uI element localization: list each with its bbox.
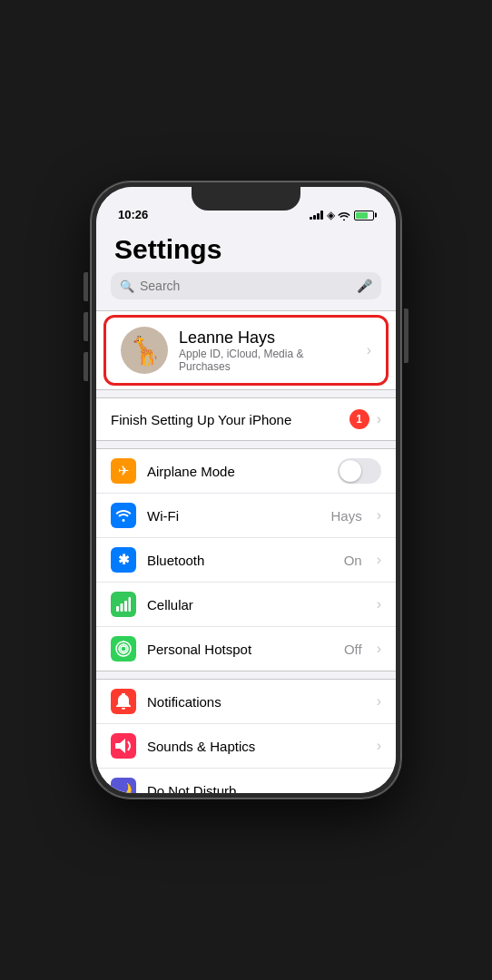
personal-hotspot-row[interactable]: Personal Hotspot Off › — [96, 627, 396, 671]
account-info: Leanne Hays Apple ID, iCloud, Media & Pu… — [179, 328, 356, 373]
search-input[interactable] — [140, 279, 351, 293]
finish-setup-row[interactable]: Finish Setting Up Your iPhone 1 › — [96, 398, 396, 440]
cellular-icon — [111, 592, 136, 617]
notifications-row[interactable]: Notifications › — [96, 680, 396, 724]
bluetooth-label: Bluetooth — [147, 553, 333, 568]
svg-rect-1 — [121, 603, 123, 612]
account-section: 🦒 Leanne Hays Apple ID, iCloud, Media & … — [96, 310, 396, 390]
toggle-knob — [339, 460, 361, 482]
sounds-icon — [111, 733, 136, 759]
cellular-label: Cellular — [147, 597, 366, 612]
personal-hotspot-icon — [111, 636, 136, 662]
airplane-mode-row[interactable]: ✈ Airplane Mode — [96, 449, 396, 494]
cellular-chevron: › — [377, 596, 381, 612]
settings-title-section: Settings — [96, 227, 396, 272]
battery-icon — [354, 211, 374, 220]
cellular-row[interactable]: Cellular › — [96, 583, 396, 627]
account-chevron: › — [367, 342, 371, 358]
connectivity-group: ✈ Airplane Mode Wi-Fi Hays › — [96, 448, 396, 671]
do-not-disturb-icon: 🌙 — [111, 778, 136, 793]
battery-fill — [356, 212, 368, 219]
wifi-icon: ◈ — [327, 209, 350, 221]
signal-icon — [310, 211, 323, 220]
avatar: 🦒 — [121, 327, 168, 374]
personal-hotspot-value: Off — [344, 642, 362, 657]
sounds-haptics-label: Sounds & Haptics — [147, 739, 366, 754]
bluetooth-chevron: › — [377, 552, 381, 568]
bluetooth-row[interactable]: ✱ Bluetooth On › — [96, 538, 396, 583]
phone-screen: 10:26 ◈ — [96, 187, 396, 793]
search-icon: 🔍 — [120, 279, 134, 293]
status-icons: ◈ — [310, 209, 374, 221]
svg-rect-0 — [116, 606, 119, 612]
airplane-mode-toggle[interactable] — [338, 458, 381, 484]
svg-rect-3 — [129, 597, 132, 612]
airplane-mode-icon: ✈ — [111, 458, 136, 484]
finish-setup-section: Finish Setting Up Your iPhone 1 › — [96, 397, 396, 441]
personal-hotspot-chevron: › — [377, 641, 381, 657]
notch — [192, 187, 300, 211]
status-time: 10:26 — [118, 208, 148, 221]
do-not-disturb-row[interactable]: 🌙 Do Not Disturb › — [96, 769, 396, 793]
airplane-mode-label: Airplane Mode — [147, 464, 327, 479]
do-not-disturb-chevron: › — [377, 782, 381, 793]
notifications-chevron: › — [377, 693, 381, 710]
sounds-haptics-row[interactable]: Sounds & Haptics › — [96, 724, 396, 769]
sounds-chevron: › — [377, 738, 381, 754]
status-bar: 10:26 ◈ — [96, 187, 396, 227]
bluetooth-value: On — [344, 553, 362, 568]
account-name: Leanne Hays — [179, 328, 356, 348]
wifi-label: Wi-Fi — [147, 508, 320, 524]
notifications-icon — [111, 689, 136, 714]
microphone-icon[interactable]: 🎤 — [357, 279, 372, 293]
finish-setup-label: Finish Setting Up Your iPhone — [111, 412, 342, 427]
personal-hotspot-label: Personal Hotspot — [147, 642, 333, 657]
setup-badge: 1 — [349, 409, 369, 429]
wifi-chevron: › — [377, 507, 381, 524]
wifi-row[interactable]: Wi-Fi Hays › — [96, 494, 396, 538]
bluetooth-icon: ✱ — [111, 547, 136, 573]
wifi-settings-icon — [111, 503, 136, 528]
search-bar[interactable]: 🔍 🎤 — [111, 272, 381, 299]
page-title: Settings — [114, 234, 378, 265]
notifications-label: Notifications — [147, 694, 366, 710]
finish-chevron: › — [377, 411, 381, 427]
phone-frame: 10:26 ◈ — [91, 181, 401, 799]
account-subtitle: Apple ID, iCloud, Media & Purchases — [179, 348, 356, 373]
account-row[interactable]: 🦒 Leanne Hays Apple ID, iCloud, Media & … — [103, 315, 389, 386]
svg-rect-2 — [124, 601, 127, 612]
wifi-value: Hays — [330, 508, 361, 524]
do-not-disturb-label: Do Not Disturb — [147, 783, 366, 794]
notifications-group: Notifications › Sounds & Haptics › 🌙 — [96, 679, 396, 793]
svg-point-4 — [121, 646, 126, 652]
